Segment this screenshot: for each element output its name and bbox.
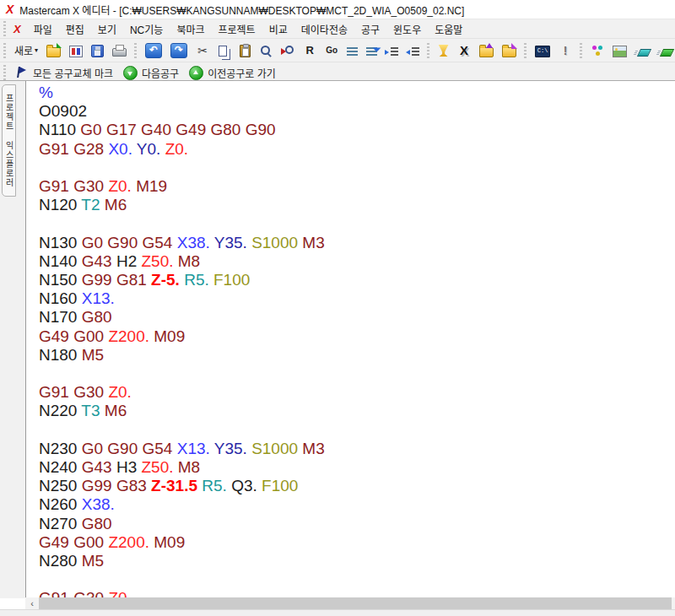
eraser-teal-icon (637, 49, 651, 57)
toolbar-grip[interactable] (3, 43, 6, 58)
cut-button[interactable]: ✂ (192, 41, 213, 61)
eraser-green-button[interactable] (654, 41, 675, 61)
code-line-17: G91 G30 Z0. (39, 383, 675, 402)
cut-icon: ✂ (196, 44, 209, 57)
replace-button[interactable]: R (299, 41, 321, 61)
cup-button[interactable] (434, 41, 453, 61)
code-line-8 (39, 214, 675, 233)
menu-item-10[interactable]: 도움말 (428, 19, 469, 39)
code-line-16 (39, 365, 675, 383)
paste-button[interactable] (235, 41, 255, 61)
paste-icon (240, 45, 251, 57)
scrollbar-thumb[interactable] (39, 597, 672, 609)
code-line-14: G49 G00 Z200. M09 (39, 327, 675, 346)
main-toolbar: 새로▾↶↷✂RGoXC:\! (0, 38, 675, 62)
print-button[interactable] (108, 41, 131, 61)
unindent-lines-button[interactable] (362, 41, 381, 61)
compare-icon (69, 46, 83, 57)
redo-button[interactable]: ↷ (166, 41, 192, 61)
menu-item-1[interactable]: 편집 (59, 19, 91, 39)
redo-icon: ↷ (170, 43, 187, 58)
horizontal-scrollbar: ‹ (25, 597, 675, 609)
toolbar-grip[interactable] (524, 43, 526, 58)
find-icon (259, 44, 273, 57)
code-line-25: G49 G00 Z200. M09 (39, 533, 675, 552)
next-tool-label: 다음공구 (142, 66, 179, 80)
toolbar-grip[interactable] (580, 43, 582, 58)
mastercam-x-button[interactable]: X (453, 41, 475, 61)
toolbar-grip[interactable] (3, 65, 6, 80)
compare-button[interactable] (65, 41, 87, 61)
menubar-grip[interactable] (3, 21, 6, 36)
menu-bar: X 파일편집보기NC기능북마크프로젝트비교데이타전송공구윈도우도움말 (0, 19, 675, 38)
menu-item-5[interactable]: 프로젝트 (212, 19, 262, 39)
new-label: 새로 (14, 43, 33, 57)
dos-icon: C:\ (535, 46, 550, 57)
goto-button[interactable]: Go (321, 41, 343, 61)
code-line-12: N160 X13. (39, 289, 675, 308)
toolbar-group: C:\! (521, 41, 576, 61)
dos-button[interactable]: C:\ (531, 41, 554, 61)
menu-item-2[interactable]: 보기 (91, 19, 123, 39)
toolbar-group: 새로▾ (0, 41, 131, 61)
menu-item-0[interactable]: 파일 (27, 19, 59, 39)
main-area: 프로젝트 익스플로러 %O0902N110 G0 G17 G40 G49 G80… (0, 80, 675, 598)
toolbar-group: ↶↷✂RGo (131, 41, 424, 61)
toolbar-group (576, 41, 675, 61)
folder-import-button[interactable] (475, 41, 498, 61)
save-button[interactable] (87, 41, 108, 61)
menu-item-3[interactable]: NC기능 (123, 19, 170, 39)
code-line-6: G91 G30 Z0. M19 (39, 177, 675, 196)
code-line-3: N110 G0 G17 G40 G49 G80 G90 (39, 121, 675, 139)
image-button[interactable] (608, 41, 631, 61)
code-line-13: N170 G80 (39, 308, 675, 327)
eraser-teal-button[interactable] (631, 41, 654, 61)
menu-item-8[interactable]: 공구 (354, 19, 386, 39)
folder-import-icon (479, 47, 494, 57)
code-line-22: N250 G99 G83 Z-31.5 R5. Q3. F100 (39, 477, 675, 495)
code-line-2: O0902 (39, 102, 675, 121)
folder-export-button[interactable] (498, 41, 521, 61)
indent-button[interactable] (381, 41, 402, 61)
find-button[interactable] (255, 41, 277, 61)
molecule-icon (591, 44, 604, 57)
code-line-26: N280 M5 (39, 552, 675, 570)
toolbar-group: X (424, 41, 521, 61)
code-line-1: % (39, 84, 675, 102)
menu-item-6[interactable]: 비교 (262, 19, 294, 39)
folder-export-icon (502, 47, 516, 57)
all-toolchange-marks-button[interactable]: 모든 공구교체 마크 (10, 64, 118, 81)
title-bar: X Mastercam X 에디터 - [C:₩USERS₩KANGSUNNAM… (0, 0, 675, 19)
open-icon (46, 47, 61, 57)
circle-down-icon (123, 66, 138, 80)
code-line-18: N220 T3 M6 (39, 402, 675, 420)
prev-tool-button[interactable]: 이전공구로 가기 (184, 64, 281, 81)
open-button[interactable] (42, 41, 65, 61)
select-lines-button[interactable] (343, 41, 362, 61)
prev-tool-label: 이전공구로 가기 (208, 66, 276, 80)
code-line-15: N180 M5 (39, 346, 675, 365)
unindent-lines-icon (366, 47, 377, 57)
menu-bar-items: 파일편집보기NC기능북마크프로젝트비교데이타전송공구윈도우도움말 (27, 19, 470, 39)
code-area[interactable]: %O0902N110 G0 G17 G40 G49 G80 G90G91 G28… (26, 81, 675, 598)
next-tool-button[interactable]: 다음공구 (118, 64, 184, 81)
dropdown-caret-icon: ▾ (35, 46, 38, 54)
warning-button[interactable]: ! (554, 41, 576, 61)
copy-button[interactable] (213, 41, 235, 61)
outdent-button[interactable] (402, 41, 424, 61)
toolbar-grip[interactable] (134, 43, 137, 58)
new-button[interactable]: 새로▾ (10, 41, 42, 61)
menu-item-4[interactable]: 북마크 (170, 19, 211, 39)
replace-icon: R (303, 44, 316, 57)
menu-item-9[interactable]: 윈도우 (386, 19, 428, 39)
undo-button[interactable]: ↶ (141, 41, 166, 61)
all-toolchange-marks-label: 모든 공구교체 마크 (33, 66, 113, 80)
toolbar-grip[interactable] (427, 43, 429, 58)
find-next-button[interactable] (277, 41, 299, 61)
document-icon[interactable]: X (14, 24, 21, 35)
scroll-left-button[interactable]: ‹ (25, 597, 39, 609)
project-explorer-tab[interactable]: 프로젝트 익스플로러 (2, 84, 16, 197)
code-line-4: G91 G28 X0. Y0. Z0. (39, 140, 675, 159)
menu-item-7[interactable]: 데이타전송 (294, 19, 354, 39)
molecule-button[interactable] (586, 41, 608, 61)
